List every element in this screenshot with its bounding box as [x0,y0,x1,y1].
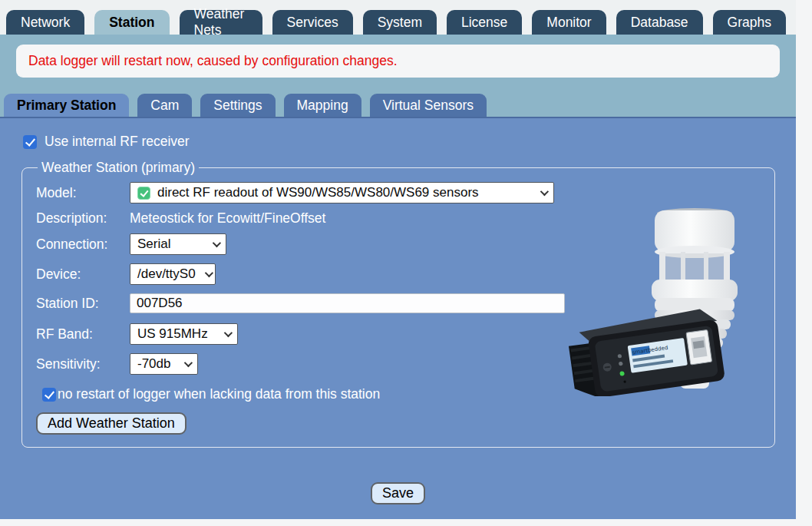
chevron-down-icon [204,269,213,277]
save-row: Save [0,482,796,504]
save-button[interactable]: Save [371,482,425,504]
device-row: Device: /dev/ttyS0 [36,263,761,285]
station-panel: Use internal RF receiver Weather Station… [0,117,796,519]
tab-database[interactable]: Database [616,10,703,35]
rf-band-label: RF Band: [36,326,130,342]
sensitivity-value: -70db [137,356,170,372]
chevron-down-icon [540,187,549,196]
no-restart-label: no restart of logger when lacking data f… [58,386,380,402]
station-id-row: Station ID: [36,293,761,313]
chevron-down-icon [224,329,233,337]
main-tab-bar: Network Station Weather Nets Services Sy… [0,0,796,35]
connection-select[interactable]: Serial [130,233,226,255]
connection-value: Serial [137,237,170,252]
subtab-cam[interactable]: Cam [137,94,192,117]
alert-banner: Data logger will restart now, caused by … [16,45,780,78]
subtab-virtual-sensors[interactable]: Virtual Sensors [370,94,487,117]
description-row: Description: Meteostick for Ecowitt/Fine… [36,210,761,227]
no-restart-checkbox[interactable] [42,388,56,402]
weather-station-fieldset: Weather Station (primary) Model: direct … [21,160,775,448]
upper-band: Data logger will restart now, caused by … [0,35,796,117]
subtab-mapping[interactable]: Mapping [284,94,361,117]
station-id-label: Station ID: [36,296,130,312]
connection-label: Connection: [36,237,130,253]
tab-graphs[interactable]: Graphs [713,10,786,35]
alert-message: Data logger will restart now, caused by … [28,53,398,69]
connection-row: Connection: Serial [36,233,761,255]
add-weather-station-button[interactable]: Add Weather Station [36,412,186,435]
model-select[interactable]: direct RF readout of WS90/WS85/WS80/WS69… [130,182,554,203]
green-check-icon [137,187,150,200]
device-select[interactable]: /dev/ttyS0 [130,263,216,285]
model-value: direct RF readout of WS90/WS85/WS80/WS69… [157,185,479,200]
subtab-settings[interactable]: Settings [200,94,275,117]
rf-band-value: US 915MHz [137,326,208,342]
chevron-down-icon [184,359,193,367]
use-internal-rf-checkbox[interactable] [23,135,37,149]
description-value: Meteostick for Ecowitt/FineOffset [130,210,325,227]
model-row: Model: direct RF readout of WS90/WS85/WS… [36,182,761,203]
sub-tab-bar: Primary Station Cam Settings Mapping Vir… [0,94,796,117]
tab-monitor[interactable]: Monitor [532,10,606,35]
rf-band-row: RF Band: US 915MHz [36,323,761,345]
device-value: /dev/ttyS0 [137,266,196,282]
use-internal-rf-label: Use internal RF receiver [45,134,190,150]
tab-weather-nets[interactable]: Weather Nets [180,10,262,35]
page: Network Station Weather Nets Services Sy… [0,0,796,519]
use-internal-rf-row: Use internal RF receiver [23,134,796,150]
app-window: Network Station Weather Nets Services Sy… [0,0,812,526]
tab-services[interactable]: Services [272,10,353,35]
rf-band-select[interactable]: US 915MHz [130,323,238,345]
tab-license[interactable]: License [447,10,522,35]
no-restart-row: no restart of logger when lacking data f… [42,386,761,402]
station-id-input[interactable] [130,293,565,313]
tab-network[interactable]: Network [6,10,84,35]
tab-station[interactable]: Station [94,10,169,35]
sensitivity-label: Sensitivity: [36,356,130,372]
description-label: Description: [36,210,130,227]
chevron-down-icon [213,239,221,247]
sensitivity-row: Sensitivity: -70db [36,353,761,375]
sensitivity-select[interactable]: -70db [130,353,198,375]
device-label: Device: [36,266,130,283]
fieldset-legend: Weather Station (primary) [38,160,199,176]
model-label: Model: [36,185,130,201]
subtab-primary-station[interactable]: Primary Station [4,94,129,117]
tab-system[interactable]: System [363,10,437,35]
